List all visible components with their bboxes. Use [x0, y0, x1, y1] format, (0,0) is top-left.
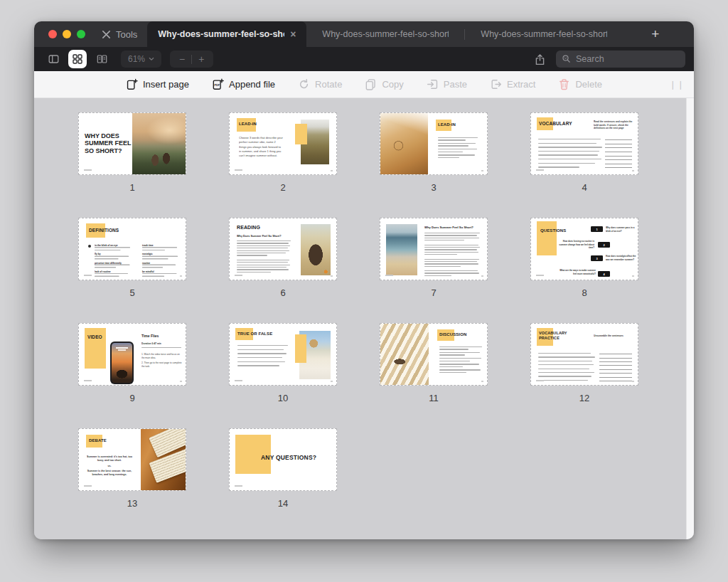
thumbnail-cell: READING Why Does Summer Feel So Short? 6 — [208, 218, 358, 323]
thumbnail-page-4[interactable]: VOCABULARY Read the sentences and explai… — [530, 112, 638, 175]
slide-footer-mark — [84, 275, 92, 276]
paste-icon — [427, 78, 439, 90]
search-input[interactable] — [576, 54, 661, 64]
text-lines-placeholder — [438, 137, 479, 160]
tab-document-1[interactable]: Why-does-summer-feel-so-short… × — [147, 21, 306, 47]
page-number: 3 — [431, 182, 436, 193]
sidebar-icon — [48, 53, 60, 65]
slide-title: VOCABULARY — [539, 121, 572, 126]
tools-button[interactable]: Tools — [98, 21, 147, 47]
text-lines-placeholder — [538, 352, 632, 383]
accent-rect — [295, 334, 306, 363]
slide-photo-reading-on-beach — [301, 224, 331, 275]
thumbnail-page-1[interactable]: WHY DOES SUMMER FEEL SO SHORT? — [78, 112, 186, 175]
thumbnail-page-2[interactable]: LEAD-IN Choose 3 words that describe you… — [229, 112, 337, 175]
zoom-window-button[interactable] — [77, 30, 85, 38]
pdf-editor-window: Tools Why-does-summer-feel-so-short… × W… — [34, 21, 694, 539]
extract-label: Extract — [507, 79, 535, 90]
append-file-icon: PDF — [212, 78, 224, 90]
slide-page-mark — [180, 381, 182, 382]
thumbnail-page-8[interactable]: QUESTIONS 1 Why does summer pass in a bl… — [530, 218, 638, 280]
slide-footer-mark — [235, 380, 242, 381]
zoom-level-value: 61% — [128, 54, 145, 64]
tab-document-2[interactable]: Why-does-summer-feel-so-short-… — [306, 21, 464, 47]
search-field[interactable] — [556, 51, 685, 68]
page-number: 14 — [278, 498, 288, 509]
slide-instruction: Unscramble the sentences — [594, 334, 636, 337]
phone-mockup — [110, 342, 134, 384]
thumbnail-page-9[interactable]: VIDEO Time Flies Duration 0:47 min 1. Wa… — [78, 323, 186, 386]
slide-text-panel: DEBATE Summer is overrated: it's too hot… — [79, 429, 141, 490]
page-number: 8 — [582, 287, 587, 298]
slide-heading: Why Does Summer Feel So Short? — [424, 226, 483, 229]
page-number: 5 — [129, 287, 134, 298]
toolbar-overflow-grip[interactable]: ❘❘ — [669, 80, 685, 90]
share-button[interactable] — [534, 53, 546, 65]
delete-button[interactable]: Delete — [558, 78, 602, 90]
slide-page-mark — [331, 170, 333, 171]
slide-footer-mark — [536, 169, 544, 171]
append-file-label: Append file — [229, 79, 275, 90]
thumbnail-grid-view-button[interactable] — [68, 50, 87, 68]
append-file-button[interactable]: PDF Append file — [212, 78, 275, 90]
facing-pages-view-button[interactable] — [91, 50, 112, 68]
paste-button[interactable]: Paste — [427, 78, 467, 90]
thumbnail-cell: VOCABULARY Read the sentences and explai… — [509, 112, 660, 218]
zoom-out-button[interactable]: − — [173, 53, 191, 65]
traffic-lights — [34, 21, 98, 47]
chevron-down-icon — [149, 57, 154, 61]
page-number: 7 — [431, 287, 436, 298]
extract-button[interactable]: Extract — [490, 78, 535, 90]
thumbnail-page-3[interactable]: LEAD-IN — [380, 112, 488, 175]
slide-title: DEFINITIONS — [89, 228, 119, 233]
thumbnail-page-5[interactable]: DEFINITIONS in the blink of an eye fly b… — [78, 218, 186, 280]
scrollbar-track[interactable] — [686, 98, 694, 539]
copy-icon — [365, 78, 377, 90]
sidebar-toggle-button[interactable] — [43, 50, 64, 68]
close-tab-icon[interactable]: × — [290, 29, 296, 39]
minimize-window-button[interactable] — [63, 30, 71, 38]
tab-label: Why-does-summer-feel-so-short… — [158, 29, 284, 39]
slide-page-mark — [632, 275, 634, 277]
thumbnail-cell: QUESTIONS 1 Why does summer pass in a bl… — [509, 218, 660, 323]
slide-page-mark — [632, 381, 634, 382]
page-number: 10 — [278, 393, 288, 403]
thumbnail-page-7[interactable]: Why Does Summer Feel So Short? — [380, 218, 488, 280]
thumbnail-grid: WHY DOES SUMMER FEEL SO SHORT? 1 LEAD-IN… — [57, 112, 694, 534]
slide-page-mark — [481, 170, 483, 171]
page-number: 11 — [429, 393, 439, 403]
page-number: 12 — [579, 393, 589, 403]
question-badge: 2 — [598, 242, 610, 248]
paste-label: Paste — [444, 79, 467, 90]
close-window-button[interactable] — [48, 30, 57, 38]
zoom-in-button[interactable]: + — [192, 53, 210, 65]
thumbnail-page-11[interactable]: DISCUSSION — [380, 323, 488, 386]
thumbnail-page-10[interactable]: TRUE OR FALSE — [229, 323, 337, 386]
slide-title: WHY DOES SUMMER FEEL SO SHORT? — [85, 132, 133, 154]
slide-text-panel: DISCUSSION — [429, 324, 487, 385]
thumbnail-page-13[interactable]: DEBATE Summer is overrated: it's too hot… — [78, 428, 186, 491]
thumbnail-page-12[interactable]: VOCABULARY PRACTICE Unscramble the sente… — [530, 323, 638, 386]
tab-document-3[interactable]: Why-does-summer-feel-so-short-… — [465, 21, 623, 47]
thumbnail-page-14[interactable]: ANY QUESTIONS? — [229, 428, 337, 491]
thumbnail-page-6[interactable]: READING Why Does Summer Feel So Short? — [229, 218, 337, 280]
slide-title: ANY QUESTIONS? — [261, 454, 316, 461]
slide-instruction: Read the sentences and explain the bold … — [594, 120, 634, 129]
text-lines-placeholder — [424, 233, 481, 277]
slide-title: VIDEO — [87, 334, 102, 339]
rotate-button[interactable]: Rotate — [298, 78, 342, 90]
extract-icon — [490, 78, 502, 90]
copy-button[interactable]: Copy — [365, 78, 403, 90]
slide-page-mark — [481, 381, 483, 382]
thumbnail-cell: TRUE OR FALSE 10 — [208, 323, 358, 428]
zoom-level-dropdown[interactable]: 61% — [121, 51, 161, 68]
slide-photo-sand-sun-doodle — [380, 113, 428, 175]
new-tab-button[interactable]: + — [641, 21, 669, 47]
copy-label: Copy — [382, 79, 403, 90]
slide-title: DISCUSSION — [439, 332, 466, 337]
insert-page-button[interactable]: Insert page — [126, 78, 189, 90]
page-number: 1 — [129, 182, 134, 193]
thumbnail-cell: DEFINITIONS in the blink of an eye fly b… — [57, 218, 208, 323]
question-badge: 1 — [591, 226, 603, 232]
page-number: 6 — [280, 287, 285, 298]
